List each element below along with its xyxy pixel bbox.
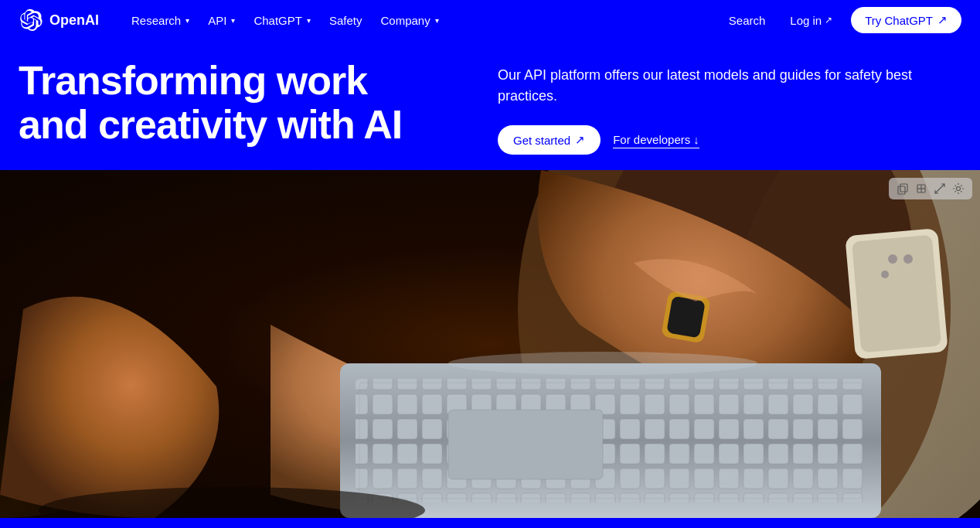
- get-started-button[interactable]: Get started ↗: [498, 125, 601, 155]
- nav-item-safety[interactable]: Safety: [322, 9, 370, 32]
- svg-rect-22: [898, 186, 905, 194]
- hero-title: Transforming work and creativity with AI: [19, 59, 436, 147]
- nav-item-api[interactable]: API ▾: [200, 9, 243, 32]
- nav-item-chatgpt[interactable]: ChatGPT ▾: [246, 9, 318, 32]
- hero-right: Our API platform offers our latest model…: [498, 59, 931, 155]
- hero-description: Our API platform offers our latest model…: [498, 65, 931, 107]
- chevron-down-icon: ▾: [231, 16, 235, 25]
- chevron-down-icon: ▾: [307, 16, 311, 25]
- navbar-right: Search Log in ↗ Try ChatGPT ↗: [723, 7, 961, 33]
- login-button[interactable]: Log in ↗: [784, 9, 839, 32]
- duplicate-icon[interactable]: [914, 181, 929, 196]
- svg-point-17: [888, 254, 897, 264]
- hero-buttons: Get started ↗ For developers ↓: [498, 125, 931, 155]
- svg-rect-10: [666, 296, 706, 339]
- arrow-icon: ↗: [575, 133, 585, 147]
- search-button[interactable]: Search: [723, 9, 772, 32]
- nav-item-company[interactable]: Company ▾: [373, 9, 446, 32]
- svg-rect-14: [448, 410, 603, 479]
- svg-rect-23: [900, 184, 907, 192]
- for-developers-button[interactable]: For developers ↓: [613, 131, 699, 148]
- arrow-icon: ↗: [825, 15, 832, 26]
- navbar-left: OpenAI Research ▾ API ▾ ChatGPT ▾ Safety…: [19, 8, 447, 32]
- chevron-down-icon: ▾: [435, 16, 439, 25]
- navbar: OpenAI Research ▾ API ▾ ChatGPT ▾ Safety…: [0, 0, 980, 40]
- image-toolbar: [889, 178, 972, 199]
- hero-image: [0, 170, 980, 518]
- arrow-icon: ↓: [693, 133, 699, 146]
- arrow-icon: ↗: [937, 13, 948, 27]
- nav-links: Research ▾ API ▾ ChatGPT ▾ Safety Compan…: [124, 9, 447, 32]
- resize-icon[interactable]: [932, 181, 948, 196]
- brand-name: OpenAI: [49, 12, 99, 29]
- svg-line-27: [935, 184, 944, 193]
- logo-area[interactable]: OpenAI: [19, 8, 99, 32]
- hero-left: Transforming work and creativity with AI: [19, 59, 436, 147]
- openai-logo-icon: [19, 8, 43, 32]
- chevron-down-icon: ▾: [185, 16, 189, 25]
- hero-section: Transforming work and creativity with AI…: [0, 40, 980, 170]
- svg-point-20: [448, 352, 757, 375]
- nav-item-research[interactable]: Research ▾: [124, 9, 197, 32]
- try-chatgpt-button[interactable]: Try ChatGPT ↗: [851, 7, 961, 33]
- svg-point-19: [881, 271, 889, 278]
- svg-rect-12: [356, 379, 866, 502]
- settings-icon[interactable]: [951, 181, 966, 196]
- svg-point-18: [903, 254, 913, 264]
- svg-rect-16: [852, 235, 941, 353]
- copy-icon[interactable]: [895, 181, 910, 196]
- hero-image-section: [0, 170, 980, 518]
- svg-point-28: [957, 187, 961, 191]
